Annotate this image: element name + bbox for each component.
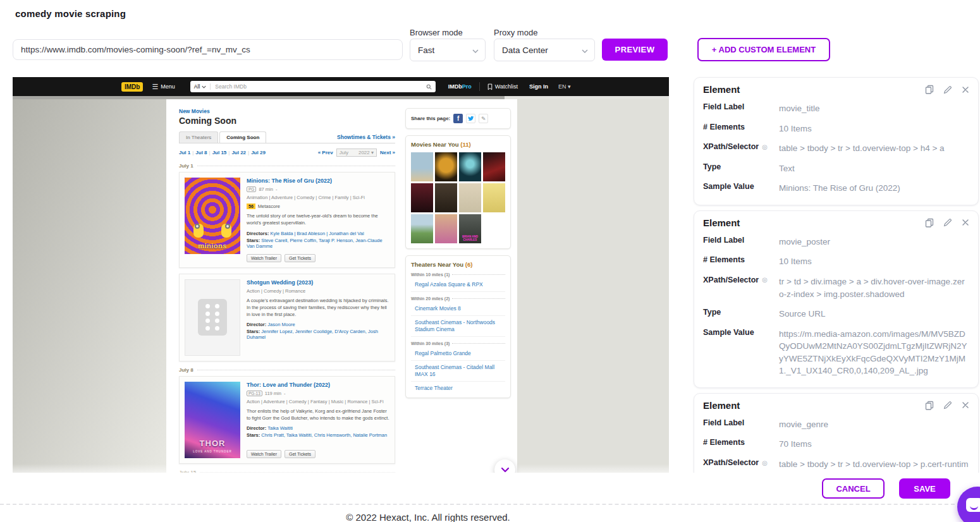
cancel-button[interactable]: CANCEL: [822, 478, 885, 499]
date-section-header: July 1: [179, 163, 395, 169]
movie-thumb[interactable]: [411, 183, 433, 212]
breadcrumb[interactable]: New Movies: [179, 108, 395, 114]
selector-target-icon[interactable]: ◎: [762, 459, 768, 466]
movie-thumb[interactable]: [483, 152, 505, 181]
facebook-icon[interactable]: f: [453, 114, 463, 123]
theaters-near-you-title: Theaters Near You (6): [411, 261, 505, 268]
edit-icon[interactable]: [943, 85, 952, 94]
star-links[interactable]: Steve Carell, Pierre Coffin, Taraji P. H…: [247, 238, 383, 249]
browser-mode-select[interactable]: Fast: [410, 39, 486, 61]
imdb-language-select[interactable]: EN ▾: [558, 83, 571, 90]
watch-trailer-button[interactable]: Watch Trailer: [247, 254, 281, 262]
movie-thumb[interactable]: [459, 183, 481, 212]
close-icon[interactable]: [962, 401, 969, 409]
date-link[interactable]: Jul 29: [251, 150, 266, 155]
movie-description: A couple's extravagant destination weddi…: [247, 297, 389, 319]
selector-target-icon[interactable]: ◎: [762, 276, 768, 283]
movie-title-link[interactable]: Thor: Love and Thunder (2022): [247, 382, 389, 388]
proxy-mode-label: Proxy mode: [494, 28, 537, 37]
metascore-label: Metascore: [258, 203, 280, 209]
proxy-mode-select[interactable]: Data Center: [494, 39, 595, 61]
imdb-page-body: New Movies Coming Soon In Theaters Comin…: [13, 99, 669, 479]
stars-row: Stars: Chris Pratt, Taika Waititi, Chris…: [247, 432, 389, 438]
theater-link[interactable]: Cinemark Movies 8: [411, 302, 505, 316]
theater-link[interactable]: Regal Palmetto Grande: [411, 347, 505, 361]
imdb-page-content: New Movies Coming Soon In Theaters Comin…: [166, 99, 517, 479]
next-link[interactable]: Next »: [380, 150, 395, 155]
elements-count-value: 10 Items: [779, 255, 969, 268]
movie-title-link[interactable]: Shotgun Wedding (2023): [247, 279, 389, 286]
movie-thumb[interactable]: [435, 152, 457, 181]
director-links[interactable]: Kyle Balda | Brad Ableson | Jonathan del…: [271, 231, 364, 236]
date-link[interactable]: Jul 22: [231, 150, 246, 155]
date-link[interactable]: Jul 15: [212, 150, 227, 155]
search-icon[interactable]: [426, 84, 436, 90]
movie-poster-image[interactable]: minions: [185, 178, 240, 254]
prev-link[interactable]: « Prev: [318, 150, 333, 155]
preview-button[interactable]: PREVIEW: [602, 39, 668, 61]
chevron-down-icon: [582, 46, 588, 55]
theater-link[interactable]: Regal Azalea Square & RPX: [411, 278, 505, 292]
element-card-title: Element: [703, 84, 740, 95]
workflow-title: comedy movie scraping: [15, 8, 126, 19]
imdb-search-scope[interactable]: All: [190, 83, 211, 90]
close-icon[interactable]: [962, 86, 969, 94]
bookmark-icon: [487, 83, 493, 90]
director-link[interactable]: Jason Moore: [267, 322, 295, 327]
movie-poster-placeholder[interactable]: [185, 279, 240, 356]
copy-icon[interactable]: [925, 218, 934, 228]
movie-thumb[interactable]: [459, 152, 481, 181]
share-link-icon[interactable]: ✎: [479, 114, 488, 123]
director-row: Director: Taika Waititi: [247, 425, 389, 431]
imdb-watchlist-link[interactable]: Watchlist: [487, 83, 518, 90]
imdbpro-prefix: IMDb: [448, 83, 462, 90]
movie-thumb[interactable]: [411, 152, 433, 181]
director-link[interactable]: Taika Waititi: [267, 425, 293, 431]
imdb-search-bar[interactable]: All Search IMDb: [190, 81, 436, 92]
tab-coming-soon[interactable]: Coming Soon: [219, 131, 266, 143]
imdb-logo[interactable]: IMDb: [121, 82, 143, 92]
imdb-menu-button[interactable]: ☰ Menu: [152, 83, 175, 91]
get-tickets-button[interactable]: Get Tickets: [285, 254, 315, 262]
theater-link[interactable]: Southeast Cinemas - Citadel Mall IMAX 16: [411, 361, 505, 382]
movie-poster-image[interactable]: THOR LOVE AND THUNDER: [185, 382, 240, 458]
movie-thumb[interactable]: [435, 214, 457, 243]
imdb-main-column: New Movies Coming Soon In Theaters Comin…: [179, 108, 395, 479]
edit-icon[interactable]: [943, 401, 952, 410]
movie-thumb[interactable]: BRIAN AND CHARLES: [459, 214, 481, 243]
element-card: Element Field Labelmovie_title # Element…: [694, 77, 979, 205]
nav-divider: [479, 82, 480, 91]
star-links[interactable]: Chris Pratt, Taika Waititi, Chris Hemswo…: [261, 432, 387, 438]
showtimes-tickets-link[interactable]: Showtimes & Tickets »: [337, 134, 395, 140]
star-links[interactable]: Jennifer Lopez, Jennifer Coolidge, D'Arc…: [247, 329, 378, 340]
close-icon[interactable]: [962, 219, 969, 226]
movie-listing: Shotgun Wedding (2023) Action | Comedy |…: [179, 274, 395, 361]
theater-link[interactable]: Terrace Theater: [411, 382, 505, 395]
field-label-label: Field Label: [703, 236, 771, 245]
selector-target-icon[interactable]: ◎: [762, 143, 768, 150]
date-link[interactable]: Jul 1: [179, 150, 190, 155]
elements-panel: Element Field Labelmovie_title # Element…: [694, 77, 979, 522]
imdbpro-link[interactable]: IMDbPro: [448, 83, 472, 90]
tab-in-theaters[interactable]: In Theaters: [179, 131, 218, 143]
imdb-search-input[interactable]: Search IMDb: [211, 83, 426, 90]
month-year-select[interactable]: July 2022 ▾: [336, 149, 377, 157]
copy-icon[interactable]: [925, 85, 934, 94]
theater-link[interactable]: Southeast Cinemas - Northwoods Stadium C…: [411, 316, 505, 337]
imdb-signin-link[interactable]: Sign In: [529, 83, 548, 90]
add-custom-element-button[interactable]: + ADD CUSTOM ELEMENT: [697, 38, 830, 61]
movie-thumb[interactable]: [411, 214, 433, 243]
url-input[interactable]: [13, 39, 403, 60]
date-link[interactable]: Jul 8: [195, 150, 207, 155]
movie-title-link[interactable]: Minions: The Rise of Gru (2022): [247, 178, 389, 184]
edit-icon[interactable]: [943, 218, 952, 227]
chat-widget-button[interactable]: [957, 487, 980, 522]
save-button[interactable]: SAVE: [899, 478, 950, 499]
get-tickets-button[interactable]: Get Tickets: [285, 450, 315, 458]
type-label: Type: [703, 162, 771, 171]
twitter-icon[interactable]: [466, 114, 475, 123]
copy-icon[interactable]: [925, 401, 934, 410]
movie-thumb[interactable]: [435, 183, 457, 212]
movie-thumb[interactable]: [483, 183, 505, 212]
watch-trailer-button[interactable]: Watch Trailer: [247, 450, 281, 458]
